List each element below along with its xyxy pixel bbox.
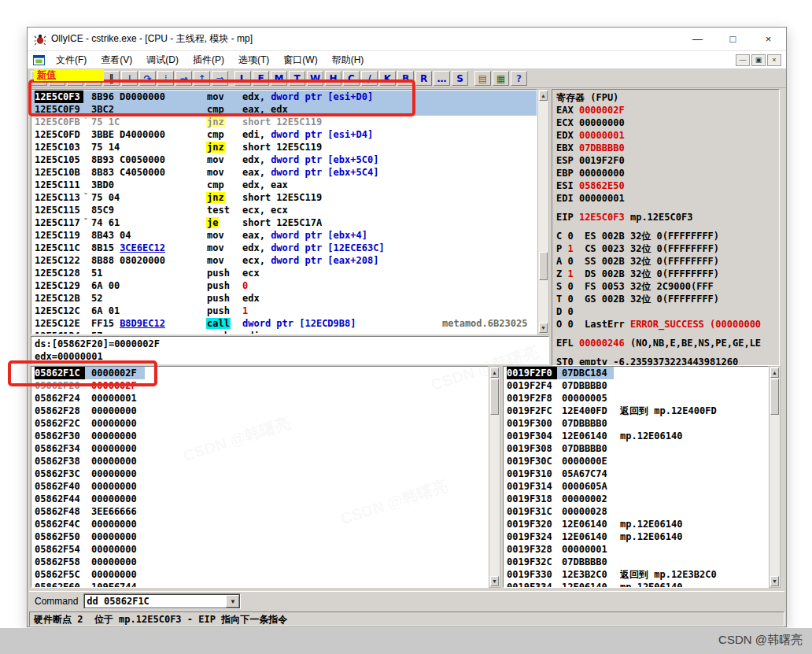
disasm-row[interactable]: 12E5C11C8B15 3CE6EC12movedx, dword ptr [… (31, 242, 537, 254)
scroll-up-icon[interactable]: ▲ (539, 91, 548, 101)
stack-row[interactable]: 0019F31C00000028 (504, 505, 768, 518)
stack-row[interactable]: 0019F31800000002 (504, 493, 768, 505)
register-line[interactable]: EDX 00000001 (556, 129, 779, 142)
mdi-restore-button[interactable]: ▣ (751, 54, 766, 66)
register-line[interactable]: O 0 LastErr ERROR_SUCCESS (00000000 (556, 318, 779, 331)
register-line[interactable]: EAX 0000002F (556, 104, 779, 116)
dump-row[interactable]: 05862F3400000000 (31, 442, 488, 455)
stack-row[interactable]: 0019F32800000001 (504, 543, 768, 556)
stack-row[interactable]: 0019F2F407DBBBB0 (504, 379, 768, 392)
dump-row[interactable]: 05862F4400000000 (31, 493, 488, 505)
register-line[interactable]: EDI 00000001 (556, 192, 779, 205)
scroll-up-icon[interactable]: ▲ (770, 368, 779, 378)
register-line[interactable]: T 0 GS 002B 32位 0(FFFFFFFF) (556, 293, 779, 305)
close-button[interactable]: × (751, 28, 786, 50)
menu-item-1[interactable]: 查看(V) (94, 51, 139, 68)
dump-row[interactable]: 05862F3C00000000 (31, 467, 488, 480)
disasm-row[interactable]: 12E5C1198B43 04moveax, dword ptr [ebx+4] (31, 229, 537, 242)
command-combobox[interactable]: ▼ (83, 593, 241, 609)
minimize-button[interactable]: — (680, 28, 715, 50)
stack-row[interactable]: 0019F32C07DBBBB0 (504, 556, 768, 568)
register-line[interactable]: A 0 SS 002B 32位 0(FFFFFFFF) (556, 255, 779, 268)
menu-item-0[interactable]: 文件(F) (49, 51, 94, 68)
stack-row[interactable]: 0019F33012E3B2C0返回到 mp.12E3B2C0 (504, 568, 768, 581)
disasm-row[interactable]: 12E5C1058B93 C0050000movedx, dword ptr [… (31, 153, 537, 166)
dump-row[interactable]: 05862F5400000000 (31, 543, 488, 556)
register-line[interactable]: EBX 07DBBBB0 (556, 142, 779, 154)
disasm-row[interactable]: 12E5C10B8B83 C4050000moveax, dword ptr [… (31, 166, 537, 179)
dump-row[interactable]: 05862F5C00000000 (31, 568, 488, 581)
command-input[interactable] (84, 595, 226, 607)
scroll-thumb[interactable] (770, 379, 779, 415)
mdi-minimize-button[interactable]: — (736, 54, 750, 66)
stack-row[interactable]: 0019F32412E06140mp.12E06140 (504, 530, 768, 543)
panel-letter-button-11[interactable]: … (434, 71, 450, 86)
dump-row[interactable]: 05862F3000000000 (31, 430, 488, 442)
appearance-button[interactable]: ▦ (493, 71, 509, 86)
menu-item-6[interactable]: 帮助(H) (325, 51, 371, 68)
maximize-button[interactable]: □ (715, 28, 751, 50)
register-line[interactable]: ECX 00000000 (556, 116, 779, 129)
panel-letter-button-12[interactable]: S (452, 71, 468, 86)
disasm-row[interactable]: 12E5C0FBˇ75 1Cjnzshort 12E5C119 (31, 116, 537, 128)
register-line[interactable]: Z 1 DS 002B 32位 0(FFFFFFFF) (556, 268, 779, 280)
stack-row[interactable]: 0019F33412E06140mp.12E06140 (504, 581, 768, 588)
dump-row[interactable]: 05862F4000000000 (31, 480, 488, 493)
panel-letter-button-10[interactable]: R (415, 71, 432, 86)
stack-row[interactable]: 0019F2F800000005 (504, 392, 768, 405)
disasm-row[interactable]: 12E5C0FD3BBE D4000000cmpedi, dword ptr [… (31, 128, 537, 141)
dump-row[interactable]: 05862F3800000000 (31, 455, 488, 467)
scroll-thumb[interactable] (539, 252, 548, 280)
stack-row[interactable]: 0019F30412E06140mp.12E06140 (504, 430, 768, 442)
disasm-scrollbar[interactable]: ▲ ▼ (537, 89, 549, 334)
dump-row[interactable]: 05862F2400000001 (31, 392, 488, 405)
register-line[interactable]: EFL 00000246 (NO,NB,E,BE,NS,PE,GE,LE (556, 337, 779, 349)
help-button[interactable]: ? (511, 71, 527, 86)
register-line[interactable]: EIP 12E5C0F3 mp.12E5C0F3 (556, 211, 779, 224)
scroll-down-icon[interactable]: ▼ (539, 323, 548, 333)
register-line[interactable]: P 1 CS 0023 32位 0(FFFFFFFF) (556, 242, 779, 255)
disasm-row[interactable]: 12E5C12C6A 01push1 (31, 305, 537, 317)
disasm-row[interactable]: 12E5C12851pushecx (31, 267, 537, 279)
stack-row[interactable]: 0019F3140000605A (504, 480, 768, 493)
dump-row[interactable]: 05862F5000000000 (31, 530, 488, 543)
register-line[interactable]: ESP 0019F2F0 (556, 154, 779, 167)
menu-item-5[interactable]: 窗口(W) (276, 51, 324, 68)
stack-row[interactable]: 0019F30007DBBBB0 (504, 417, 768, 430)
disasm-row[interactable]: 12E5C12EFF15 B8D9EC12calldword ptr [12EC… (31, 317, 537, 330)
stack-row[interactable]: 0019F30807DBBBB0 (504, 442, 768, 455)
stack-row[interactable]: 0019F31005A67C74 (504, 467, 768, 480)
register-line[interactable]: ESI 05862E50 (556, 179, 779, 192)
dump-row[interactable]: 05862F2800000000 (31, 405, 488, 417)
disasm-row[interactable]: 12E5C1113BD0cmpedx, eax (31, 179, 537, 191)
register-line[interactable]: S 0 FS 0053 32位 2C9000(FFF (556, 280, 779, 293)
dump-row[interactable]: 05862F2C00000000 (31, 417, 488, 430)
options-button[interactable]: ▤ (474, 71, 491, 86)
disasm-row[interactable]: 12E5C10375 14jnzshort 12E5C119 (31, 141, 537, 153)
disasm-row[interactable]: 12E5C11585C9testecx, ecx (31, 204, 537, 216)
dump-row[interactable]: 05862F483EE66666 (31, 505, 488, 518)
disasm-row[interactable]: 12E5C113ˇ75 04jnzshort 12E5C119 (31, 191, 537, 204)
stack-row[interactable]: 0019F2FC12E400FD返回到 mp.12E400FD (504, 405, 768, 417)
stack-row[interactable]: 0019F32012E06140mp.12E06140 (504, 518, 768, 530)
scroll-up-icon[interactable]: ▲ (490, 368, 499, 378)
stack-row[interactable]: 0019F30C0000000E (504, 455, 768, 467)
scroll-down-icon[interactable]: ▼ (770, 576, 779, 586)
disasm-row[interactable]: 12E5C1296A 00push0 (31, 279, 537, 292)
disasm-row[interactable]: 12E5C1228B88 08020000movecx, dword ptr [… (31, 254, 537, 267)
disasm-row[interactable]: 12E5C117ˇ74 61jeshort 12E5C17A (31, 216, 537, 229)
menu-item-4[interactable]: 选项(T) (231, 51, 276, 68)
disasm-row[interactable]: 12E5C13457pushedi (31, 330, 537, 334)
dump-scrollbar[interactable]: ▲ ▼ (489, 366, 500, 588)
register-line[interactable]: EBP 00000000 (556, 167, 779, 179)
stack-scrollbar[interactable]: ▲ ▼ (769, 366, 781, 588)
menu-item-3[interactable]: 插件(P) (186, 51, 231, 68)
stack-row[interactable]: 0019F2F007DBC184 (504, 367, 768, 379)
dump-row[interactable]: 05862F60109E6744 (31, 581, 488, 588)
register-line[interactable]: ST0 empty -6.2359373223443981260 (556, 356, 779, 366)
register-line[interactable]: C 0 ES 002B 32位 0(FFFFFFFF) (556, 230, 779, 242)
dump-row[interactable]: 05862F4C00000000 (31, 518, 488, 530)
dropdown-button[interactable]: ▼ (226, 595, 239, 608)
disasm-row[interactable]: 12E5C12B52pushedx (31, 292, 537, 305)
menu-item-2[interactable]: 调试(D) (139, 51, 186, 68)
